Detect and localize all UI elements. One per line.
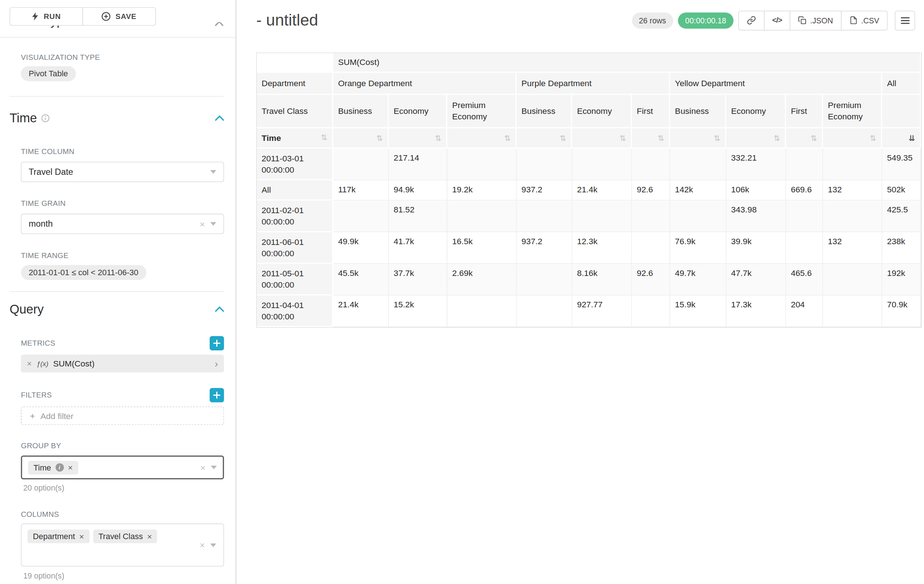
save-button[interactable]: SAVE [82, 7, 156, 26]
remove-pill-icon[interactable]: × [147, 532, 152, 541]
pivot-sort-header: ⇅ [572, 128, 632, 149]
pivot-table: SUM(Cost)DepartmentOrange DepartmentPurp… [257, 53, 921, 327]
clear-icon[interactable]: × [200, 541, 205, 550]
pivot-class-header: Economy [572, 95, 632, 128]
pivot-row-header: 2011-04-01 00:00:00 [257, 296, 333, 327]
sort-icon[interactable]: ⇅ [435, 134, 442, 141]
copy-link-button[interactable] [738, 11, 764, 30]
sort-icon[interactable]: ⇅ [376, 134, 383, 141]
chart-title[interactable]: - untitled [256, 8, 318, 32]
time-grain-value: month [29, 219, 194, 229]
pivot-corner-cell [257, 53, 333, 73]
pivot-value-cell: 92.6 [632, 264, 670, 296]
query-section-header[interactable]: Query [10, 302, 224, 316]
sort-icon[interactable]: ⇅ [870, 134, 876, 141]
menu-button[interactable] [895, 11, 915, 30]
time-column-select[interactable]: Travel Date [21, 162, 224, 182]
add-metric-button[interactable] [210, 336, 224, 350]
filters-label: FILTERS [21, 391, 52, 399]
run-button[interactable]: RUN [10, 7, 83, 26]
chevron-right-icon[interactable]: › [215, 359, 218, 368]
clear-icon[interactable]: × [200, 463, 205, 472]
view-query-button[interactable]: </> [764, 11, 790, 30]
pivot-value-cell: 192k [882, 264, 921, 296]
metrics-header-row: METRICS [21, 336, 224, 350]
run-save-button-group: RUN SAVE [10, 7, 156, 26]
caret-down-icon [210, 170, 216, 174]
sort-icon[interactable]: ⇅ [811, 134, 817, 141]
visualization-type-pill[interactable]: Pivot Table [21, 66, 76, 81]
pivot-metric-header: SUM(Cost) [333, 53, 921, 73]
visualization-type-value: Pivot Table [29, 69, 68, 79]
group-by-select[interactable]: Time i × × [21, 456, 224, 479]
group-by-options-hint: 20 option(s) [23, 484, 236, 493]
visualization-type-label: VISUALIZATION TYPE [21, 53, 235, 62]
time-section-header[interactable]: Time [10, 111, 224, 125]
pivot-value-cell: 2.69k [447, 264, 517, 296]
columns-label: COLUMNS [21, 510, 235, 519]
pivot-value-cell [447, 148, 517, 180]
collapse-chevron-up-icon[interactable] [215, 115, 224, 121]
pivot-value-cell: 204 [786, 296, 823, 327]
pivot-class-header: First [786, 95, 823, 128]
sort-icon[interactable]: ⇅ [560, 134, 566, 141]
plus-circle-icon [102, 12, 111, 21]
time-column-value: Travel Date [29, 167, 205, 177]
pivot-value-cell [447, 201, 517, 232]
time-range-pill[interactable]: 2011-01-01 ≤ col < 2011-06-30 [21, 265, 146, 280]
pivot-col-group-header: Purple Department [517, 73, 670, 95]
time-range-value: 2011-01-01 ≤ col < 2011-06-30 [29, 268, 139, 277]
add-filter-dropzone[interactable]: + Add filter [21, 406, 224, 425]
sort-icon[interactable]: ⇅ [321, 134, 327, 141]
row-count-badge: 26 rows [632, 12, 673, 28]
sort-icon[interactable]: ⇅ [714, 134, 721, 141]
pivot-value-cell: 927.77 [572, 296, 632, 327]
remove-metric-icon[interactable]: × [27, 360, 32, 368]
time-grain-select[interactable]: month × [21, 214, 224, 234]
sort-descending-icon[interactable]: ⇊ [909, 134, 915, 141]
pivot-row-header: 2011-05-01 00:00:00 [257, 264, 333, 296]
pivot-value-cell [670, 148, 726, 180]
pivot-value-cell [823, 201, 882, 232]
function-icon: ƒ(x) [36, 360, 48, 367]
pivot-value-cell: 17.3k [726, 296, 786, 327]
pivot-row-dimension-header: Time⇅ [257, 128, 333, 149]
add-filter-button[interactable] [210, 388, 224, 402]
collapse-chevron-up-icon[interactable] [215, 306, 224, 312]
pivot-value-cell: 238k [882, 232, 921, 264]
pivot-value-cell [572, 148, 632, 180]
columns-pill-label: Travel Class [98, 532, 143, 541]
pivot-sort-header: ⇅ [670, 128, 726, 149]
sort-icon[interactable]: ⇅ [619, 134, 626, 141]
download-csv-button[interactable]: .CSV [841, 11, 888, 30]
pivot-value-cell [632, 232, 670, 264]
pivot-value-cell: 49.7k [670, 264, 726, 296]
pivot-class-header: Business [333, 95, 389, 128]
pivot-value-cell: 15.2k [389, 296, 447, 327]
pivot-value-cell [786, 201, 823, 232]
info-badge-icon: i [55, 463, 64, 472]
pivot-value-cell: 132 [823, 232, 882, 264]
caret-down-icon [210, 222, 216, 225]
columns-select[interactable]: Department × Travel Class × × [21, 523, 224, 566]
pivot-value-cell: 937.2 [517, 180, 572, 201]
download-json-button[interactable]: .JSON [790, 11, 842, 30]
pivot-row-header: 2011-03-01 00:00:00 [257, 148, 333, 180]
group-by-label: GROUP BY [21, 442, 235, 450]
link-icon [746, 16, 756, 25]
pivot-value-cell [823, 264, 882, 296]
pivot-row: 2011-04-01 00:00:0021.4k15.2k927.7715.9k… [257, 296, 921, 327]
sort-icon[interactable]: ⇅ [774, 134, 780, 141]
remove-pill-icon[interactable]: × [68, 463, 73, 472]
sort-icon[interactable]: ⇅ [658, 134, 664, 141]
pivot-value-cell [517, 296, 572, 327]
remove-pill-icon[interactable]: × [79, 532, 84, 541]
pivot-class-header: Premium Economy [823, 95, 882, 128]
sort-icon[interactable]: ⇅ [504, 134, 511, 141]
pivot-value-cell: 549.35 [882, 148, 921, 180]
json-button-label: .JSON [810, 16, 833, 25]
pivot-value-cell [572, 201, 632, 232]
clear-icon[interactable]: × [200, 219, 205, 229]
metric-item[interactable]: × ƒ(x) SUM(Cost) › [21, 354, 224, 372]
save-button-label: SAVE [116, 12, 136, 21]
